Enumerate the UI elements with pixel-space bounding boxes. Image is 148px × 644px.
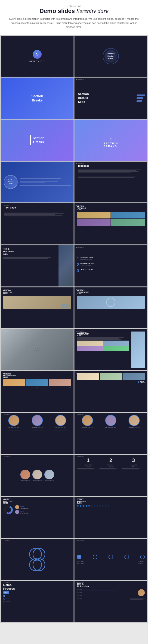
process-image [3, 296, 71, 309]
analytics-title-1: ANALYTICS TABLE [80, 257, 145, 258]
header-section: Professional Demo slides Serenity dark E… [0, 0, 148, 35]
analytics-col-label-3: ANALYTICSTABLE [130, 464, 137, 467]
slide-label-prod: ● SERENITY [76, 288, 84, 290]
slide-portraits-info-2: ● SERENITY INFORMATION TEXT INFORMATION … [74, 413, 147, 454]
birds-image: ∴∵ [1, 329, 74, 370]
person-1: PROJECT NAME [20, 470, 30, 482]
portfolio-grid [77, 212, 145, 226]
analytics-text-1: ANALYTICS TABLE INFORMATION TEXT [80, 257, 145, 260]
slide-label-pa: ● SERENITY [2, 288, 10, 290]
demo-process-title: DemoProcess [3, 583, 71, 590]
big-num-1: 1 [87, 457, 89, 464]
serenity-circle: S [33, 50, 42, 59]
stat-percent-1: 31% [20, 506, 71, 508]
serenity-name: SERENITY [29, 60, 45, 62]
analytics-title-2: INFORMATION TEXT [80, 263, 145, 264]
slide-photo-portfolio: ● SERENITY PHOTO &PORTFOLIOSLIDE [74, 203, 147, 244]
cust-img-1 [77, 340, 103, 346]
portrait-col-2: INFORMATION TEXT [26, 415, 48, 452]
text-photo-right [59, 246, 74, 286]
person-icon-2: 👤 [79, 505, 82, 507]
product-title: PRODUCTPRESENTATIONSLIDE [77, 290, 145, 294]
slide-label-prog: ● SERENITY [76, 540, 84, 542]
slide-label-pi1: ● SERENITY [2, 414, 10, 416]
slide-progress-dots: ● SERENITY TITLE TEXT TITLE TEXT TITLE T… [74, 539, 147, 580]
analytics-num-3: 3 [77, 269, 79, 273]
person-icon-1: 👤 [77, 505, 79, 507]
person-2: PROJECT NAME [32, 470, 42, 482]
stat-avatar-2 [15, 510, 19, 514]
slide-label-ts: ● SERENITY [76, 582, 84, 584]
text-page-title-1: Text page [78, 164, 144, 167]
analytics-desc-2: TITLE TEXT DEMO [80, 265, 145, 266]
pdot-row-1: Step one [3, 595, 71, 597]
timeline-title: TIMELINEPRESENTATIONSLIDE [3, 373, 71, 378]
product-image [77, 296, 145, 309]
tl-thumb-1 [3, 379, 25, 386]
big-num-2: 2 [109, 457, 112, 464]
slide-label-circ: ● SERENITY [2, 540, 10, 542]
info-tag-2: INFORMATION TEXT [32, 427, 43, 428]
skill-item-4: SKILL NAME [77, 598, 128, 600]
analytics-desc-1: INFORMATION TEXT [80, 258, 145, 260]
spiral-visual [106, 298, 115, 307]
slide-process-analytics: ● SERENITY PROCESSANALYTICSSLIDE [1, 288, 74, 328]
analytics-col-3: 3 ANALYTICSTABLE [122, 457, 145, 494]
portrait-big-4 [82, 415, 93, 426]
person-icon-3: 👤 [82, 505, 85, 507]
slide-label-sb: ● SERENITY [76, 79, 84, 80]
first-day-lines [20, 177, 71, 187]
slide-birds: ● SERENITY ∴∵ [1, 329, 74, 370]
portrait-big-5 [105, 415, 116, 426]
info-tag-3: INFORMATION TEXT [55, 427, 66, 428]
start-badge: START [3, 591, 9, 594]
tl-thumb-3 [49, 379, 71, 386]
slide-timeline-presentation: ● SERENITY TIMELINEPRESENTATIONSLIDE 01 … [1, 371, 74, 412]
slide-demo-process: ● SERENITY DemoProcess START Step one St… [1, 581, 74, 622]
text-page-lines-1 [78, 169, 144, 178]
analytics-item-1: 1 ANALYTICS TABLE INFORMATION TEXT [77, 257, 145, 261]
example-section-text: ExampleSectionBreak [107, 53, 115, 60]
customers-right-img [131, 332, 145, 368]
social-title-1: SOCIALANALYTICSSLIDE [3, 499, 71, 504]
sb-stripes [137, 94, 145, 102]
skills-title: Text &Skills slide [77, 583, 145, 588]
section-breaks-caps-text: SECTIONBREAKS [104, 142, 118, 148]
person-name-1: PROJECT NAME [21, 480, 30, 482]
slide-label-dp: ● SERENITY [2, 582, 10, 584]
person-circle-3 [44, 470, 54, 480]
svg-point-3 [79, 556, 79, 558]
slide-label-a123: ● SERENITY [76, 456, 84, 458]
slide-social-analytics-1: ● SERENITY SOCIALANALYTICSSLIDE 31% ANTO… [1, 497, 74, 538]
portfolio-img-3 [77, 219, 111, 226]
portrait-big-1 [8, 415, 19, 426]
analytics-col-1: 1 ANALYTICSTABLE [77, 457, 99, 494]
portfolio-title: PHOTO &PORTFOLIOSLIDE [77, 206, 145, 210]
slide-label-birds: ● SERENITY [2, 330, 10, 332]
slide-section-breaks-caps: ◇ SECTIONBREAKS [74, 120, 147, 161]
portrait-col-1: INFORMATION TEXT [3, 415, 25, 452]
pdot-label-1: Step one [6, 596, 10, 597]
three-people-row: PROJECT NAME PROJECT NAME PROJECT NAME [20, 470, 54, 482]
skills-right [130, 589, 145, 601]
slide-customers-presentation: ● SERENITY CUSTOMERSPRESENTATIONSLIDE [74, 329, 147, 370]
analytics-col-label-1: ANALYTICSTABLE [84, 464, 92, 467]
header-description: Every slide in presentation is unique wi… [9, 17, 139, 29]
social-stats: 31% ANTONE STORY 13% ETHAN BRUNS [15, 505, 71, 515]
stat-name-1: ANTONE STORY [20, 508, 71, 509]
end-label: END. [77, 381, 145, 383]
person-icon-12: 👤 [107, 505, 110, 507]
process-dots-line: Step one Step two Step three [3, 595, 71, 602]
pdot-row-3: Step three [3, 600, 71, 602]
portrait-big-6 [129, 415, 140, 426]
slide-analytics-numbered: ● SERENITY 1 ANALYTICS TABLE INFORMATION… [74, 246, 147, 286]
slide-label-pi2: ● SERENITY [76, 414, 84, 416]
stat-row-1: 31% ANTONE STORY [15, 505, 71, 509]
text-page-title-2: Text page [4, 206, 70, 209]
page-title: Demo slides Serenity dark [9, 8, 139, 15]
pdot-row-2: Step two [3, 598, 71, 600]
section-breaks-text-2: SectionBreaks [33, 136, 44, 144]
analytics-title-3: TITLE TEXT DEMO [80, 269, 145, 270]
stat-percent-2: 13% [20, 510, 71, 512]
skill-item-3: SKILL NAME [77, 595, 128, 597]
